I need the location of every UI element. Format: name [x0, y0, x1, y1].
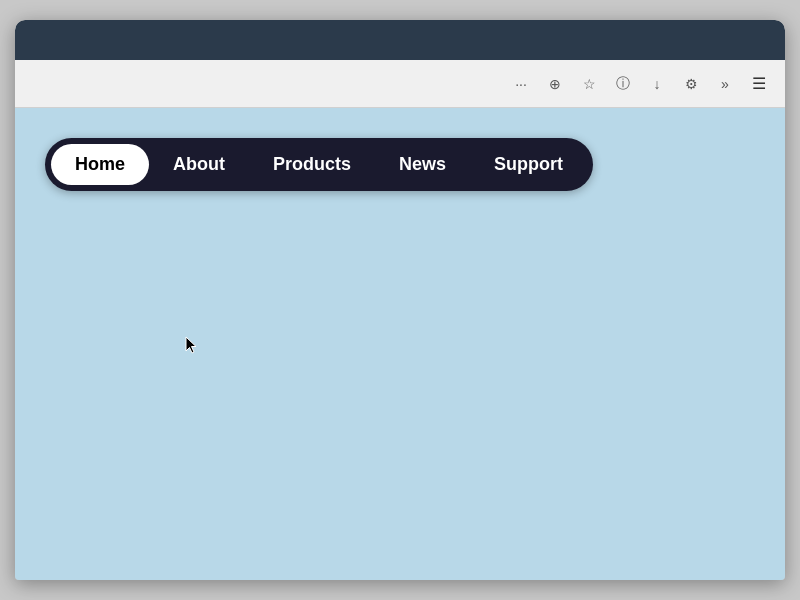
nav-bar: Home About Products News Support	[45, 138, 593, 191]
pocket-icon[interactable]: ⊕	[541, 70, 569, 98]
menu-button[interactable]: ☰	[745, 70, 773, 98]
nav-item-products[interactable]: Products	[249, 144, 375, 185]
browser-window: ··· ⊕ ☆ ⓘ ↓ ⚙ » ☰ Home About Products Ne…	[15, 20, 785, 580]
mouse-cursor	[185, 336, 197, 354]
browser-toolbar: ··· ⊕ ☆ ⓘ ↓ ⚙ » ☰	[15, 60, 785, 108]
download-icon[interactable]: ↓	[643, 70, 671, 98]
extensions-icon[interactable]: »	[711, 70, 739, 98]
more-icon[interactable]: ···	[507, 70, 535, 98]
info-icon[interactable]: ⓘ	[609, 70, 637, 98]
browser-titlebar	[15, 20, 785, 60]
settings-icon[interactable]: ⚙	[677, 70, 705, 98]
bookmark-icon[interactable]: ☆	[575, 70, 603, 98]
nav-item-news[interactable]: News	[375, 144, 470, 185]
nav-item-support[interactable]: Support	[470, 144, 587, 185]
nav-item-home[interactable]: Home	[51, 144, 149, 185]
page-content: Home About Products News Support	[15, 108, 785, 580]
nav-item-about[interactable]: About	[149, 144, 249, 185]
